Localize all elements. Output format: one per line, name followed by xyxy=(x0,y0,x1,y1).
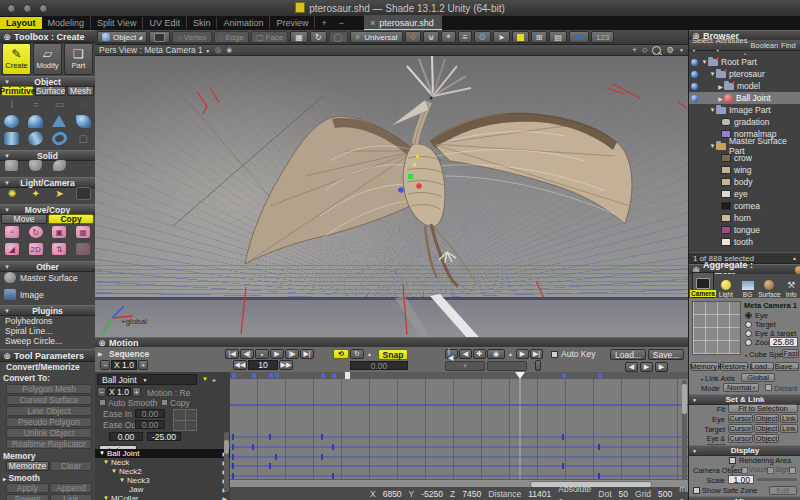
key-first-button[interactable]: |◀ xyxy=(445,349,458,359)
tree-row-image-part[interactable]: ▼Image Part xyxy=(689,104,800,116)
timeline-vscrollbar[interactable] xyxy=(682,380,687,480)
tab-uv-edit[interactable]: UV Edit xyxy=(143,17,187,29)
range-start-field[interactable]: 0.00 xyxy=(109,432,143,441)
speed-plus-button[interactable]: + xyxy=(138,360,148,370)
list-tool-button[interactable]: ≡ xyxy=(458,31,473,43)
expand-icon[interactable]: ▼ xyxy=(99,450,105,456)
expand-icon[interactable]: ▼ xyxy=(709,143,716,149)
sequence-expand-icon[interactable]: ▶ xyxy=(98,350,103,357)
aggregate-tab-surface[interactable]: Surface xyxy=(759,274,779,298)
target-object-button[interactable]: Object xyxy=(754,424,779,433)
primitive-tab[interactable]: Primitive xyxy=(1,86,34,96)
key-next-button[interactable]: ▶ xyxy=(516,349,529,359)
convert-curved-surface-button[interactable]: Curved Surface xyxy=(6,395,92,405)
tab-skin[interactable]: Skin xyxy=(187,17,218,29)
tree-row-eye[interactable]: eye xyxy=(689,188,800,200)
key-slider[interactable] xyxy=(535,360,541,371)
sphere-rotate-button[interactable]: ❂ xyxy=(474,31,491,43)
tree-row-wing[interactable]: wing xyxy=(689,164,800,176)
add-key-button[interactable]: ✚ xyxy=(473,349,486,359)
misc-section-header[interactable]: ▼Misc. xyxy=(689,496,800,500)
expand-icon[interactable]: ▼ xyxy=(709,107,716,113)
transform-array-icon[interactable]: ▦ xyxy=(71,226,95,242)
face-mode-button[interactable]: ▢Face xyxy=(251,31,288,43)
point-light-icon[interactable]: ✺ xyxy=(0,187,24,203)
key-last-button[interactable]: ▶| xyxy=(530,349,543,359)
modify-mode-button[interactable]: ▱Modify xyxy=(33,43,62,75)
panel-collapse-icon[interactable]: ◎ xyxy=(4,352,10,360)
camera-mode-button[interactable] xyxy=(149,31,170,43)
stop-button[interactable]: ▪ xyxy=(255,349,269,359)
eye-radio[interactable] xyxy=(745,312,752,319)
track-speed-minus[interactable]: − xyxy=(97,387,106,397)
step-back-button[interactable]: ◀| xyxy=(240,349,254,359)
grid-snap-button[interactable]: ▦ xyxy=(290,31,308,43)
browser-tab-boolean[interactable]: Boolean xyxy=(751,41,779,50)
remove-workspace-button[interactable]: − xyxy=(333,17,350,29)
track-selector-dropdown[interactable]: Ball Joint▼ xyxy=(97,374,197,385)
eyetarget-cursor-button[interactable]: Cursor xyxy=(728,434,753,443)
vertex-mode-button[interactable]: ○Vertex xyxy=(172,31,212,43)
distant-light-icon[interactable]: ➤ xyxy=(48,187,72,203)
sight-checkbox[interactable] xyxy=(767,467,774,474)
torus-primitive-icon[interactable] xyxy=(48,132,72,149)
plugin-sweep-circle[interactable]: Sweep Circle... xyxy=(0,336,62,346)
timeline-area[interactable] xyxy=(230,372,688,487)
vehicle-button[interactable] xyxy=(569,31,589,43)
tree-row-cornea[interactable]: cornea xyxy=(689,200,800,212)
expand-icon[interactable]: ▼ xyxy=(709,71,716,77)
tree-row-model[interactable]: ▶model xyxy=(689,80,800,92)
target-tool-button[interactable]: ⌖ xyxy=(441,31,456,43)
track-mcollar[interactable]: ▼ MCollar▶ xyxy=(95,494,230,500)
loop-button[interactable]: ⟲ xyxy=(333,349,349,359)
capsule-primitive-icon[interactable] xyxy=(24,132,48,149)
tab-animation[interactable]: Animation xyxy=(217,17,270,29)
move-button[interactable]: Move xyxy=(1,214,47,224)
key-prev-button[interactable]: ◀ xyxy=(459,349,472,359)
eye-object-button[interactable]: Object xyxy=(754,414,779,423)
aggregate-tab-camera[interactable]: Camera xyxy=(692,272,714,298)
range-end-field[interactable]: -25.00 xyxy=(147,432,181,441)
track-neck[interactable]: ▼ Neck▶ xyxy=(95,458,230,467)
transform-rotate-icon[interactable]: ↻ xyxy=(24,226,48,242)
target-cursor-button[interactable]: Cursor xyxy=(728,424,753,433)
expand-icon[interactable]: ▼ xyxy=(103,459,109,465)
play-button[interactable]: ▶ xyxy=(270,349,284,359)
transform-disabled-icon[interactable] xyxy=(71,243,95,259)
magnet-tool-button[interactable]: ⊎ xyxy=(423,31,439,43)
image-item[interactable]: Image xyxy=(4,289,44,300)
scale-field[interactable]: 1.00 xyxy=(728,475,754,484)
transform-magnify-icon[interactable]: ⌕ xyxy=(0,226,24,242)
browser-tab-find[interactable]: Find xyxy=(781,41,796,50)
pan-view-icon[interactable]: ◇ xyxy=(642,46,647,54)
auto-smooth-checkbox[interactable] xyxy=(99,399,106,406)
track-jaw[interactable]: · Jaw▶ xyxy=(95,485,230,494)
line-tool-icon[interactable]: ⌇ xyxy=(0,98,24,115)
camera-load-button[interactable]: Load... xyxy=(750,362,774,371)
view-menu-icon[interactable]: ▼ xyxy=(679,47,684,53)
frame-forward-button[interactable]: ▶▶ xyxy=(279,360,293,370)
current-frame-field[interactable]: 10 xyxy=(248,360,278,370)
eye-link-button[interactable]: Link xyxy=(780,414,798,423)
solid-subtract-icon[interactable] xyxy=(24,160,48,176)
visibility-sphere-icon[interactable] xyxy=(691,83,698,90)
view-camera-selector[interactable]: Pers View : Meta Camera 1 ▼ xyxy=(99,45,210,55)
tree-row-gradation[interactable]: gradation xyxy=(689,116,800,128)
create-mode-button[interactable]: ✎Create xyxy=(2,43,31,75)
surface-tab[interactable]: Surface xyxy=(35,86,66,96)
tree-row-pterosaur[interactable]: ▼pterosaur xyxy=(689,68,800,80)
camera-object-icon[interactable] xyxy=(71,187,95,203)
add-workspace-button[interactable]: + xyxy=(315,17,332,29)
eye-target-radio[interactable] xyxy=(745,330,752,337)
cone-primitive-icon[interactable] xyxy=(48,115,72,132)
convert-pseudo-polygon-button[interactable]: Pseudo Polygon xyxy=(6,417,92,427)
plugins-section-header[interactable]: ▼Plugins xyxy=(0,305,95,316)
mode-dropdown[interactable]: Normal▾ xyxy=(723,383,759,392)
transform-numeric-icon[interactable]: 2D xyxy=(24,243,48,259)
step-forward-button[interactable]: |▶ xyxy=(285,349,299,359)
memorize-button[interactable]: Memorize xyxy=(6,461,49,471)
eye-cursor-button[interactable]: Cursor xyxy=(728,414,753,423)
key-curve-button[interactable]: ◉ xyxy=(487,349,505,359)
go-end-button[interactable]: ▶| xyxy=(300,349,314,359)
tree-row-tooth[interactable]: tooth xyxy=(689,236,800,248)
